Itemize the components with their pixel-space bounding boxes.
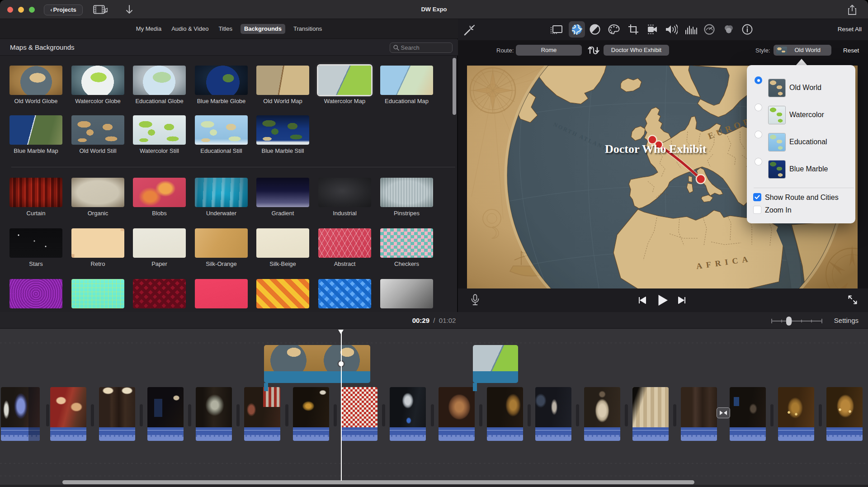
svg-text:Doctor Who Exhibit: Doctor Who Exhibit <box>605 142 707 156</box>
